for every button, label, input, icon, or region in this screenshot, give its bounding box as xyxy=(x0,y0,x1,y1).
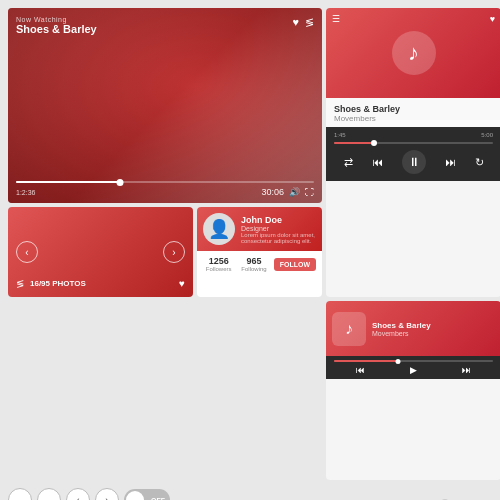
uc-role: Designer xyxy=(241,225,316,232)
vp-top-icons: ♥ ≶ xyxy=(292,16,314,29)
vp-title: Shoes & Barley xyxy=(16,23,314,35)
toggle-knob-off xyxy=(126,491,144,500)
vp-progress-bar[interactable] xyxy=(16,181,314,183)
vp-volume-icon[interactable]: 🔊 xyxy=(289,187,300,197)
mmc-controls: ⏮ ▶ ⏭ xyxy=(326,356,500,379)
mmc-seek-thumb xyxy=(395,359,400,364)
uc-top: 👤 John Doe Designer Lorem ipsum dolor si… xyxy=(197,207,322,251)
photo-slider: ‹ › ≶ 16/95 PHOTOS ♥ xyxy=(8,207,193,297)
mc-note-icon: ♪ xyxy=(408,40,419,66)
mmc-song-title: Shoes & Barley xyxy=(372,321,431,330)
ps-next-btn[interactable]: › xyxy=(163,241,185,263)
mmc-prev-btn[interactable]: ⏮ xyxy=(356,365,365,375)
ps-heart-icon[interactable]: ♥ xyxy=(179,278,185,289)
mc-time-left: 1:45 xyxy=(334,132,346,138)
ps-prev-btn[interactable]: ‹ xyxy=(16,241,38,263)
mini-music-card: ♪ Shoes & Barley Movembers ⏮ ▶ ⏭ xyxy=(326,301,500,480)
mc-seek-bar[interactable] xyxy=(334,142,493,144)
mc-repeat-btn[interactable]: ↻ xyxy=(475,156,484,169)
mmc-btn-row: ⏮ ▶ ⏭ xyxy=(334,365,493,375)
uc-followers-num: 1256 xyxy=(203,256,234,266)
mc-album-art: ☰ ♪ ♥ xyxy=(326,8,500,98)
mmc-text: Shoes & Barley Movembers xyxy=(372,321,431,337)
mmc-seek-fill xyxy=(334,360,398,362)
uc-info: John Doe Designer Lorem ipsum dolor sit … xyxy=(241,215,316,244)
circle-prev-btn[interactable]: ‹ xyxy=(66,488,90,500)
mc-shuffle-btn[interactable]: ⇄ xyxy=(344,156,353,169)
toggle-off[interactable]: OFF xyxy=(124,489,170,500)
mc-pause-btn[interactable]: ⏸ xyxy=(402,150,426,174)
uc-following-num: 965 xyxy=(238,256,269,266)
uc-following-label: Following xyxy=(238,266,269,272)
vp-time-right: 30:06 xyxy=(261,187,284,197)
ps-share-icon[interactable]: ≶ xyxy=(16,278,24,289)
mc-heart-icon[interactable]: ♥ xyxy=(490,14,495,24)
vp-now-watching-label: Now Watching xyxy=(16,16,314,23)
mc-time-right: 5:00 xyxy=(481,132,493,138)
vp-header: Now Watching Shoes & Barley ♥ ≶ xyxy=(16,16,314,35)
sliders-section xyxy=(322,488,497,500)
uc-followers-label: Followers xyxy=(203,266,234,272)
share-icon[interactable]: ≶ xyxy=(305,16,314,29)
mc-next-btn[interactable]: ⏭ xyxy=(445,156,456,168)
row1-controls: ‹ › OFF xyxy=(8,488,318,500)
mmc-play-btn[interactable]: ▶ xyxy=(410,365,417,375)
uc-desc: Lorem ipsum dolor sit amet, consectetur … xyxy=(241,232,316,244)
mmc-artist-name: Movembers xyxy=(372,330,431,337)
uc-following: 965 Following xyxy=(238,256,269,272)
heart-icon[interactable]: ♥ xyxy=(292,16,299,29)
vp-bottom-row: 1:2:36 30:06 🔊 ⛶ xyxy=(16,187,314,197)
vp-right-icons: 30:06 🔊 ⛶ xyxy=(261,187,314,197)
uc-name: John Doe xyxy=(241,215,316,225)
toggle-off-label: OFF xyxy=(151,497,165,501)
circle-btn-2[interactable] xyxy=(37,488,61,500)
mc-prev-btn[interactable]: ⏮ xyxy=(372,156,383,168)
mc-btn-row: ⇄ ⏮ ⏸ ⏭ ↻ xyxy=(334,148,493,176)
mc-info: Shoes & Barley Movembers xyxy=(326,98,500,127)
bottom-section: ‹ › OFF ✓ BUTTON ON xyxy=(0,488,500,500)
mc-song-title: Shoes & Barley xyxy=(334,104,493,114)
mc-time-row: 1:45 5:00 xyxy=(334,132,493,138)
vp-time-left: 1:2:36 xyxy=(16,189,35,196)
mmc-seek-bar[interactable] xyxy=(334,360,493,362)
mmc-top: ♪ Shoes & Barley Movembers xyxy=(326,301,500,356)
circle-btn-1[interactable] xyxy=(8,488,32,500)
mc-player-controls: 1:45 5:00 ⇄ ⏮ ⏸ ⏭ ↻ xyxy=(326,127,500,181)
uc-follow-btn[interactable]: FOLLOW xyxy=(274,258,316,271)
mc-seek-thumb xyxy=(371,140,377,146)
uc-avatar: 👤 xyxy=(203,213,235,245)
uc-avatar-icon: 👤 xyxy=(208,218,230,240)
uc-stats: 1256 Followers 965 Following FOLLOW xyxy=(197,251,322,277)
mc-note-circle: ♪ xyxy=(392,31,436,75)
user-card: 👤 John Doe Designer Lorem ipsum dolor si… xyxy=(197,207,322,297)
circle-next-btn[interactable]: › xyxy=(95,488,119,500)
mc-menu-icon[interactable]: ☰ xyxy=(332,14,340,24)
mmc-note-circle: ♪ xyxy=(332,312,366,346)
uc-followers: 1256 Followers xyxy=(203,256,234,272)
ps-bottom: ≶ 16/95 PHOTOS xyxy=(16,278,86,289)
mc-seek-fill xyxy=(334,142,374,144)
controls-section: ‹ › OFF ✓ BUTTON ON xyxy=(8,488,318,500)
vp-progress-thumb xyxy=(117,179,124,186)
mc-artist-name: Movembers xyxy=(334,114,493,123)
music-card: ☰ ♪ ♥ Shoes & Barley Movembers 1:45 5:00… xyxy=(326,8,500,297)
vp-progress-fill xyxy=(16,181,120,183)
ps-photo-count: 16/95 PHOTOS xyxy=(30,279,86,288)
vp-fullscreen-icon[interactable]: ⛶ xyxy=(305,187,314,197)
mmc-next-btn[interactable]: ⏭ xyxy=(462,365,471,375)
video-player[interactable]: Now Watching Shoes & Barley ♥ ≶ 1:2:36 3… xyxy=(8,8,322,203)
vp-controls: 1:2:36 30:06 🔊 ⛶ xyxy=(16,181,314,197)
mmc-note-icon: ♪ xyxy=(345,320,353,338)
